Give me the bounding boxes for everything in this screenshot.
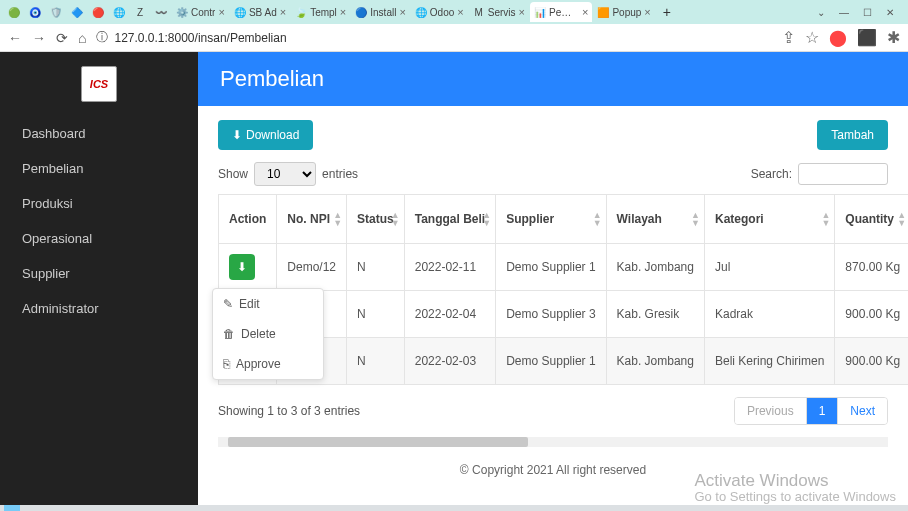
browser-tab[interactable]: 🟢 (4, 2, 24, 22)
sort-icon: ▲▼ (593, 211, 602, 227)
scrollbar-thumb[interactable] (228, 437, 528, 447)
browser-tab[interactable]: MServis× (469, 2, 529, 22)
trash-icon: 🗑 (223, 327, 235, 341)
table-info: Showing 1 to 3 of 3 entries (218, 404, 360, 418)
cell: Beli Kering Chirimen (704, 338, 834, 385)
tambah-button[interactable]: Tambah (817, 120, 888, 150)
browser-tab[interactable]: 🛡️ (46, 2, 66, 22)
tab-favicon: 📊 (534, 6, 546, 18)
tab-label: SB Ad (249, 7, 277, 18)
page-prev[interactable]: Previous (735, 398, 807, 424)
column-no-npi[interactable]: No. NPI▲▼ (277, 195, 347, 244)
windows-activation-watermark: Activate Windows Go to Settings to activ… (694, 473, 896, 505)
start-icon[interactable] (4, 505, 20, 511)
browser-tab[interactable]: 🟧Popup× (593, 2, 654, 22)
window-maximize[interactable]: ☐ (863, 7, 872, 18)
address-bar: ← → ⟳ ⌂ ⓘ 127.0.0.1:8000/insan/Pembelian… (0, 24, 908, 52)
browser-tab[interactable]: 📊Pembe× (530, 2, 592, 22)
sidebar-item-dashboard[interactable]: Dashboard (0, 116, 198, 151)
browser-tab[interactable]: 🍃Templ× (291, 2, 350, 22)
opera-ext-icon[interactable]: ⬤ (829, 28, 847, 47)
reload-button[interactable]: ⟳ (56, 30, 68, 46)
browser-tab[interactable]: 🌐 (109, 2, 129, 22)
sidebar-item-produksi[interactable]: Produksi (0, 186, 198, 221)
entries-select[interactable]: 10 (254, 162, 316, 186)
tab-close-icon[interactable]: × (644, 6, 650, 18)
column-supplier[interactable]: Supplier▲▼ (496, 195, 606, 244)
tab-close-icon[interactable]: × (399, 6, 405, 18)
cell: Kab. Gresik (606, 291, 704, 338)
browser-tab[interactable]: 🔵Install× (351, 2, 410, 22)
browser-tab[interactable]: ⚙️Contr× (172, 2, 229, 22)
extensions-icon[interactable]: ⬛ (857, 28, 877, 47)
browser-tab[interactable]: 🌐Odoo× (411, 2, 468, 22)
browser-tab[interactable]: 🔷 (67, 2, 87, 22)
window-minimize[interactable]: ― (839, 7, 849, 18)
tab-favicon: 🟢 (8, 6, 20, 18)
horizontal-scrollbar[interactable] (218, 437, 888, 447)
column-status[interactable]: Status▲▼ (347, 195, 405, 244)
bookmark-icon[interactable]: ☆ (805, 28, 819, 47)
new-tab-button[interactable]: + (657, 4, 677, 20)
dropdown-edit[interactable]: ✎ Edit (213, 289, 323, 319)
cell: ⬇ (219, 244, 277, 291)
column-wilayah[interactable]: Wilayah▲▼ (606, 195, 704, 244)
logo[interactable]: ICS (0, 60, 198, 116)
tab-favicon: 🌐 (415, 6, 427, 18)
sidebar-item-administrator[interactable]: Administrator (0, 291, 198, 326)
tab-favicon: 🔷 (71, 6, 83, 18)
browser-tab[interactable]: 🔴 (88, 2, 108, 22)
back-button[interactable]: ← (8, 30, 22, 46)
tab-close-icon[interactable]: × (582, 6, 588, 18)
tab-close-icon[interactable]: × (218, 6, 224, 18)
dropdown-delete[interactable]: 🗑 Delete (213, 319, 323, 349)
browser-tab[interactable]: 🌐SB Ad× (230, 2, 290, 22)
download-button[interactable]: ⬇ Download (218, 120, 313, 150)
window-close[interactable]: ✕ (886, 7, 894, 18)
tab-favicon: 🛡️ (50, 6, 62, 18)
cell: Kab. Jombang (606, 244, 704, 291)
column-kategori[interactable]: Kategori▲▼ (704, 195, 834, 244)
sidebar-item-pembelian[interactable]: Pembelian (0, 151, 198, 186)
tab-close-icon[interactable]: × (280, 6, 286, 18)
tab-favicon: 🔴 (92, 6, 104, 18)
site-info-icon[interactable]: ⓘ (96, 29, 108, 46)
more-icon[interactable]: ✱ (887, 28, 900, 47)
dropdown-approve[interactable]: ⎘ Approve (213, 349, 323, 379)
column-action[interactable]: Action (219, 195, 277, 244)
sidebar-item-supplier[interactable]: Supplier (0, 256, 198, 291)
cell: 2022-02-03 (404, 338, 495, 385)
column-quantity[interactable]: Quantity▲▼ (835, 195, 908, 244)
column-tanggal-beli[interactable]: Tanggal Beli▲▼ (404, 195, 495, 244)
home-button[interactable]: ⌂ (78, 30, 86, 46)
share-icon[interactable]: ⇪ (782, 28, 795, 47)
sort-icon: ▲▼ (333, 211, 342, 227)
browser-tab[interactable]: Z (130, 2, 150, 22)
window-minimize[interactable]: ⌄ (817, 7, 825, 18)
pagination: Previous 1 Next (734, 397, 888, 425)
cell: Demo/12 (277, 244, 347, 291)
tab-close-icon[interactable]: × (340, 6, 346, 18)
sort-icon: ▲▼ (897, 211, 906, 227)
tab-label: Contr (191, 7, 215, 18)
page-1[interactable]: 1 (807, 398, 839, 424)
tab-label: Templ (310, 7, 337, 18)
cell: Jul (704, 244, 834, 291)
forward-button[interactable]: → (32, 30, 46, 46)
tab-close-icon[interactable]: × (457, 6, 463, 18)
browser-tab[interactable]: 🧿 (25, 2, 45, 22)
browser-tab-strip: 🟢🧿🛡️🔷🔴🌐Z〰️⚙️Contr×🌐SB Ad×🍃Templ×🔵Install… (0, 0, 908, 24)
pencil-icon: ✎ (223, 297, 233, 311)
url-text: 127.0.0.1:8000/insan/Pembelian (114, 31, 286, 45)
sidebar: ICS DashboardPembelianProduksiOperasiona… (0, 52, 198, 511)
tab-favicon: 🍃 (295, 6, 307, 18)
action-dropdown: ✎ Edit 🗑 Delete ⎘ Approve (212, 288, 324, 380)
approve-icon: ⎘ (223, 357, 230, 371)
row-action-button[interactable]: ⬇ (229, 254, 255, 280)
tab-close-icon[interactable]: × (519, 6, 525, 18)
browser-tab[interactable]: 〰️ (151, 2, 171, 22)
search-input[interactable] (798, 163, 888, 185)
sidebar-item-operasional[interactable]: Operasional (0, 221, 198, 256)
url-field[interactable]: ⓘ 127.0.0.1:8000/insan/Pembelian (96, 29, 772, 46)
page-next[interactable]: Next (838, 398, 887, 424)
